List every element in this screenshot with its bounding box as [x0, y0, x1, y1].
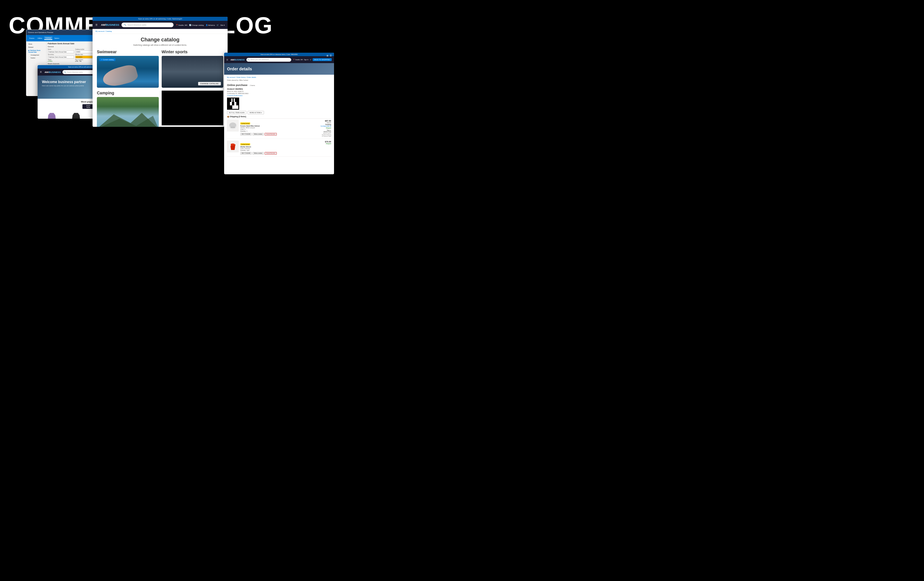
- welcome-hero-title: Welcome business partner: [42, 80, 86, 84]
- order-view-icons[interactable]: ⊞ ☰: [327, 55, 332, 57]
- qr-bl: [228, 105, 232, 109]
- item2-badge: Cycling Catalog: [240, 143, 250, 145]
- cat-hamburger-icon[interactable]: ☰: [96, 24, 97, 26]
- cat-camping-img: [97, 97, 159, 127]
- cat-site[interactable]: Site ▾: [220, 24, 225, 26]
- cat-search[interactable]: 🔍 Search Adventure works: [122, 23, 173, 27]
- order-hamburger-icon[interactable]: ☰: [226, 59, 228, 61]
- cat-grid: Swimwear ✓ Current catalog Winter sports…: [97, 50, 223, 127]
- order-nav[interactable]: ☰ AW/BUSINESS 🔍 What's your next adventu…: [224, 56, 334, 63]
- qr-code: [227, 98, 239, 110]
- camping-mountain-svg: [97, 109, 159, 127]
- item2-review[interactable]: Write a review: [252, 152, 264, 155]
- more-actions-btn[interactable]: MORE ACTIONS ▾: [248, 111, 264, 114]
- fo-nav-options[interactable]: Options: [53, 37, 61, 40]
- hamburger-icon[interactable]: ☰: [40, 71, 42, 73]
- item2-buy-again[interactable]: BUY IT AGAIN: [240, 152, 252, 155]
- item1-actions[interactable]: BUY IT AGAIN Write a review Cancel this …: [240, 133, 312, 136]
- order-hero: Order details ⊞ ☰: [224, 63, 334, 74]
- qr-tr: [235, 98, 238, 102]
- shipping-label: Shipping (2 Items): [230, 116, 246, 118]
- qr-row2: [228, 102, 238, 105]
- order-date: March 14, 2021 | $168.75: [227, 91, 331, 92]
- cat-winter-title: Winter sports: [162, 50, 224, 54]
- cat-breadcrumb: My account / Catalog: [92, 29, 228, 34]
- cat-logo: AW/BUSINESS: [101, 23, 119, 26]
- cat-nav-right[interactable]: 📍 Seattle, WA 🔄 Change catalog 👤 Adriann…: [176, 24, 225, 26]
- order-invoices[interactable]: 2 Invoices Email Invoice: [227, 95, 331, 96]
- fo-name-value: Fabrikam Semi-Annual Sale: [48, 50, 74, 53]
- helmet-img: [227, 120, 239, 131]
- qr-mc: [230, 102, 232, 105]
- welcome-logo: AW/BUSINESS: [45, 71, 61, 73]
- cat-swimwear-img: ✓ Current catalog: [97, 56, 159, 88]
- back-to-shopping-btn[interactable]: BACK TO SHOPPING: [313, 58, 332, 61]
- order-search-icon: 🔍: [248, 59, 249, 61]
- cat-camping[interactable]: Camping: [97, 91, 159, 127]
- item1-cancel[interactable]: Cancel this item: [265, 133, 277, 136]
- order-search[interactable]: 🔍 What's your next adventure?: [246, 58, 291, 62]
- order-body: My account / Order history / Order detai…: [224, 74, 334, 160]
- order-nav-right[interactable]: 📍 Seattle, WA Sign In 🛒 BACK TO SHOPPING: [293, 58, 332, 61]
- cat-swimwear-title: Swimwear: [97, 50, 159, 54]
- cat-black-section: [162, 91, 224, 125]
- cat-cart[interactable]: 🛒: [217, 24, 219, 26]
- order-search-text: What's your next adventure?: [251, 59, 269, 61]
- cat-nav[interactable]: ☰ AW/BUSINESS 🔍 Search Adventure works 📍…: [92, 21, 228, 29]
- order-items-count: 2 items: [250, 84, 255, 86]
- order-promo-text: Save an extra 30% on clearance items | C…: [261, 53, 298, 55]
- fo-sidebar-catalog: ▶ Fabrikam Semi-Annual Sale: [28, 49, 45, 53]
- grid-view-icon[interactable]: ⊞: [327, 55, 328, 57]
- svg-rect-7: [233, 144, 234, 146]
- cat-swimwear[interactable]: Swimwear ✓ Current catalog: [97, 50, 159, 88]
- welcome-product-2: Product Title $129.95 ★★★★☆ 163 reviews: [65, 111, 87, 119]
- fo-sidebar-uncategorized: Uncategorized: [30, 54, 45, 56]
- cat-content: Change catalog Switching catalogs will s…: [92, 34, 228, 127]
- list-view-icon[interactable]: ☰: [330, 55, 332, 57]
- item1-qty: Quantity: 1: [240, 130, 312, 132]
- cat-winter[interactable]: Winter sports CHANGE CATALOG: [162, 50, 224, 88]
- item2-actions[interactable]: BUY IT AGAIN Write a review Cancel this …: [240, 152, 315, 155]
- item1-review[interactable]: Write a review: [252, 133, 264, 136]
- svg-rect-6: [232, 143, 233, 146]
- qr-row1: [228, 98, 238, 102]
- cat-change-catalog-nav[interactable]: 🔄 Change catalog: [189, 24, 204, 26]
- cat-title: Change catalog: [97, 37, 223, 43]
- order-placed-by: Order placed by: Mika Carbari: [227, 79, 331, 81]
- order-sign-in[interactable]: Sign In: [304, 59, 309, 61]
- item1-delivery-time: 2-6 business days: [314, 136, 331, 137]
- cat-subtitle: Switching catalogs will show a different…: [97, 44, 223, 46]
- cat-user[interactable]: 👤 Adrianna: [206, 24, 215, 26]
- order-logo: AW/BUSINESS: [231, 59, 245, 61]
- welcome-search-text: Search Adventure works: [67, 71, 83, 73]
- product-img-2: [69, 111, 83, 119]
- buy-all-again-btn[interactable]: BUY ALL ITEMS AGAIN: [227, 111, 246, 114]
- item1-buy-again[interactable]: BUY IT AGAIN: [240, 133, 252, 136]
- order-main-actions[interactable]: BUY ALL ITEMS AGAIN MORE ACTIONS ▾: [227, 111, 331, 114]
- item1-info: Cycling Catalog Furano Adult Bike Helmet…: [240, 120, 312, 137]
- fo-nav-catalogs[interactable]: Catalogs: [44, 36, 52, 40]
- item2-status: Shipped: [317, 143, 331, 144]
- item1-price: $67.50: [314, 120, 331, 122]
- fo-nav-finance[interactable]: Finance: [28, 37, 36, 40]
- item2-info: Cycling Catalog Shofar Gloves Color: Cri…: [240, 141, 315, 155]
- item1-price-section: $67.50 $90.00 Tracking TGT5R01 BKYB Ship…: [314, 120, 331, 137]
- welcome-hero-text: Welcome business partner Here are some t…: [42, 80, 86, 86]
- qr-ml: [228, 102, 230, 105]
- qr-mc2: [232, 102, 234, 105]
- qr-row3: [228, 105, 238, 109]
- cat-change-catalog-btn[interactable]: CHANGE CATALOG: [198, 82, 221, 85]
- product-img-1: [45, 111, 59, 119]
- welcome-shop-now-btn[interactable]: SHOP NOW: [82, 104, 94, 109]
- order-title-group: Online purchase 2 items: [227, 82, 255, 87]
- qr-mc3: [234, 102, 236, 105]
- order-cart[interactable]: 🛒: [310, 59, 312, 61]
- item2-cancel[interactable]: Cancel this item: [265, 152, 277, 155]
- fo-field-status: Status ● Active: [48, 59, 74, 62]
- catalog-screen: Save an extra 10% on all swimming | Code…: [92, 17, 228, 127]
- fo-nav-utilities[interactable]: Utilities: [36, 37, 43, 40]
- item1-tracking-status: Shipped: [314, 127, 331, 129]
- item1-badge: Cycling Catalog: [240, 122, 250, 124]
- fo-sidebar-general: Views: [28, 43, 45, 45]
- item2-qty: Quantity: 1pal: [240, 149, 315, 151]
